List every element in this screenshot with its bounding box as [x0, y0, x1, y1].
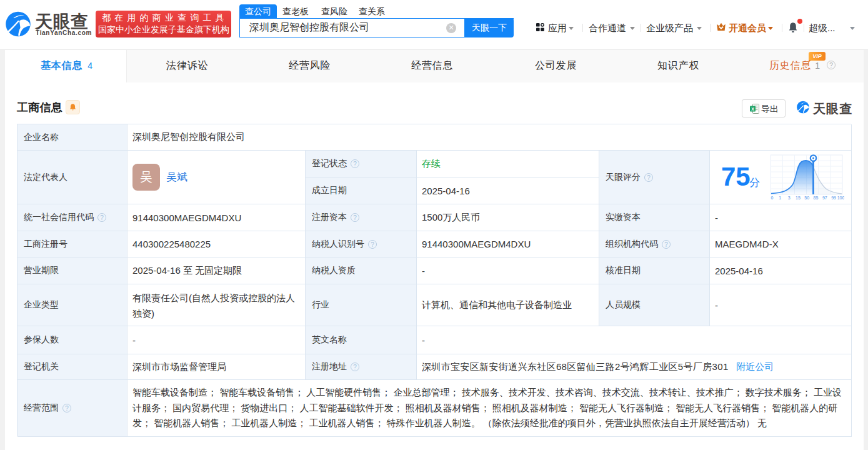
svg-text:97: 97 [822, 196, 827, 200]
svg-text:100: 100 [837, 196, 844, 200]
svg-text:50: 50 [804, 196, 809, 200]
svg-text:99: 99 [831, 196, 836, 200]
svg-text:15: 15 [796, 196, 801, 200]
svg-text:3: 3 [788, 196, 791, 200]
svg-text:X: X [751, 107, 754, 111]
svg-text:0: 0 [771, 196, 774, 200]
svg-text:85: 85 [814, 196, 819, 200]
svg-text:1: 1 [779, 196, 781, 200]
